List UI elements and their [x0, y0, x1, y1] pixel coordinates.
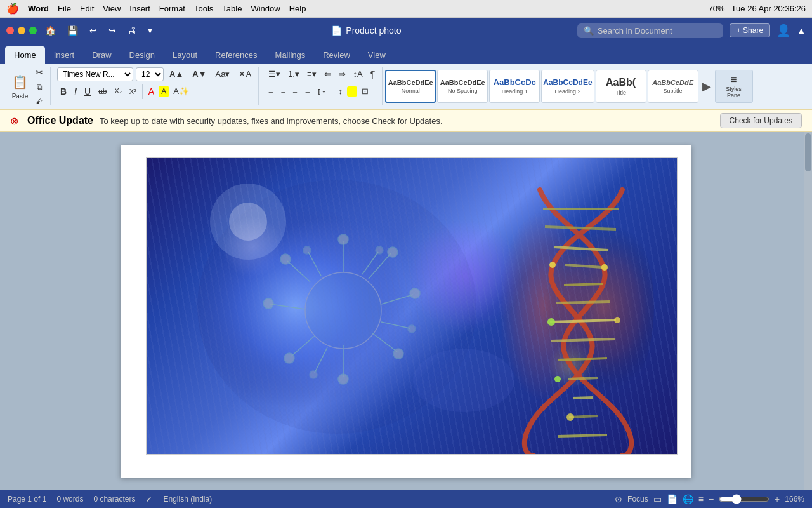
apple-logo-icon[interactable]: 🍎 [6, 3, 19, 15]
search-input[interactable] [598, 26, 712, 36]
web-layout-icon[interactable]: 🌐 [683, 494, 693, 504]
word-menu[interactable]: Word [28, 4, 49, 13]
tab-references[interactable]: References [206, 46, 266, 64]
font-size-select[interactable]: 12 [136, 67, 164, 81]
save-button[interactable]: 💾 [64, 23, 81, 37]
print-button[interactable]: 🖨 [124, 23, 140, 37]
align-right-button[interactable]: ≡ [289, 84, 301, 98]
svg-point-48 [413, 349, 514, 412]
home-button[interactable]: 🏠 [42, 23, 59, 37]
redo-button[interactable]: ↪ [105, 23, 119, 37]
document-canvas[interactable] [0, 132, 812, 490]
check-for-updates-button[interactable]: Check for Updates [720, 113, 802, 128]
style-heading1[interactable]: AaBbCcDc Heading 1 [489, 70, 540, 103]
multilevel-list-button[interactable]: ≡▾ [304, 67, 320, 81]
vertical-scrollbar[interactable] [804, 132, 812, 490]
font-color-button[interactable]: A [145, 84, 157, 98]
close-window-button[interactable] [6, 27, 14, 34]
align-left-button[interactable]: ≡ [265, 84, 277, 98]
user-profile-icon[interactable]: 👤 [776, 23, 790, 37]
tab-home[interactable]: Home [5, 46, 45, 64]
page-info: Page 1 of 1 [8, 495, 46, 504]
superscript-button[interactable]: X² [126, 86, 140, 97]
bullets-button[interactable]: ☰▾ [265, 67, 284, 81]
expand-ribbon-icon[interactable]: ▲ [797, 25, 806, 36]
clear-formatting-button[interactable]: ✕A [235, 67, 254, 81]
style-no-spacing[interactable]: AaBbCcDdEe No Spacing [437, 70, 488, 103]
zoom-in-icon[interactable]: + [775, 494, 780, 504]
image-svg [147, 158, 678, 455]
svg-point-43 [614, 317, 620, 323]
underline-button[interactable]: U [81, 84, 94, 98]
decrease-font-button[interactable]: A▼ [189, 67, 209, 81]
paste-button[interactable]: 📋 [9, 72, 31, 91]
tab-review[interactable]: Review [314, 46, 359, 64]
file-menu[interactable]: File [58, 4, 71, 13]
tab-draw[interactable]: Draw [83, 46, 120, 64]
increase-font-button[interactable]: A▲ [166, 67, 187, 81]
text-effects-button[interactable]: A✨ [170, 84, 192, 98]
format-painter-button[interactable]: 🖌 [32, 95, 46, 107]
svg-point-18 [280, 254, 291, 264]
tools-menu[interactable]: Tools [194, 4, 213, 13]
insert-menu[interactable]: Insert [129, 4, 150, 13]
style-heading2[interactable]: AaBbCcDdEe Heading 2 [541, 70, 594, 103]
italic-button[interactable]: I [71, 84, 80, 98]
minimize-window-button[interactable] [18, 27, 25, 34]
bold-button[interactable]: B [57, 84, 70, 98]
styles-scroll-arrow[interactable]: ▶ [700, 79, 714, 93]
window-controls [6, 27, 37, 34]
share-button[interactable]: + Share [730, 23, 770, 37]
format-menu[interactable]: Format [159, 4, 185, 13]
zoom-out-icon[interactable]: − [709, 494, 714, 504]
columns-button[interactable]: ⫿▾ [314, 84, 329, 98]
tab-design[interactable]: Design [121, 46, 164, 64]
font-name-select[interactable]: Times New R... [57, 67, 133, 81]
change-case-button[interactable]: Aa▾ [213, 67, 233, 81]
search-area[interactable]: 🔍 [577, 23, 723, 38]
dismiss-update-button[interactable]: ⊗ [10, 115, 18, 127]
style-title[interactable]: AaBb( Title [596, 70, 646, 103]
tab-view[interactable]: View [359, 46, 395, 64]
track-changes-icon[interactable]: ✓ [145, 494, 153, 504]
cut-button[interactable]: ✂ [32, 65, 46, 79]
undo-button[interactable]: ↩ [86, 23, 100, 37]
numbering-button[interactable]: 1.▾ [285, 67, 303, 81]
edit-menu[interactable]: Edit [80, 4, 94, 13]
tab-insert[interactable]: Insert [45, 46, 84, 64]
maximize-window-button[interactable] [29, 27, 37, 34]
language-indicator[interactable]: English (India) [163, 495, 212, 504]
table-menu[interactable]: Table [222, 4, 242, 13]
help-menu[interactable]: Help [289, 4, 306, 13]
outline-view-icon[interactable]: ≡ [698, 494, 704, 504]
tab-layout[interactable]: Layout [164, 46, 206, 64]
view-menu[interactable]: View [103, 4, 121, 13]
style-normal[interactable]: AaBbCcDdEe Normal [385, 70, 436, 103]
show-formatting-button[interactable]: ¶ [367, 67, 379, 81]
window-menu[interactable]: Window [251, 4, 280, 13]
tab-mailings[interactable]: Mailings [266, 46, 315, 64]
highlight-button[interactable]: A [159, 86, 169, 97]
shading-button[interactable] [347, 86, 357, 97]
line-spacing-button[interactable]: ↕ [335, 84, 346, 98]
align-center-button[interactable]: ≡ [278, 84, 289, 98]
focus-label[interactable]: Focus [627, 495, 648, 504]
style-subtitle[interactable]: AaBbCcDdE Subtitle [648, 70, 698, 103]
increase-indent-button[interactable]: ⇒ [336, 67, 349, 81]
justify-button[interactable]: ≡ [302, 84, 313, 98]
print-layout-icon[interactable]: 📄 [667, 494, 678, 504]
copy-button[interactable]: ⧉ [32, 81, 46, 93]
focus-mode-icon[interactable]: ⊙ [615, 494, 622, 504]
sort-button[interactable]: ↕A [350, 67, 366, 81]
document-image[interactable] [146, 157, 678, 455]
customize-toolbar-button[interactable]: ▾ [145, 23, 155, 37]
svg-point-12 [338, 374, 348, 384]
zoom-slider[interactable] [719, 494, 769, 504]
subscript-button[interactable]: X₂ [112, 85, 125, 97]
decrease-indent-button[interactable]: ⇐ [321, 67, 334, 81]
borders-button[interactable]: ⊡ [358, 84, 372, 98]
strikethrough-button[interactable]: ab [95, 85, 110, 98]
styles-pane-button[interactable]: ≡ StylesPane [715, 70, 753, 103]
scroll-thumb[interactable] [805, 133, 811, 171]
read-mode-icon[interactable]: ▭ [653, 494, 662, 504]
